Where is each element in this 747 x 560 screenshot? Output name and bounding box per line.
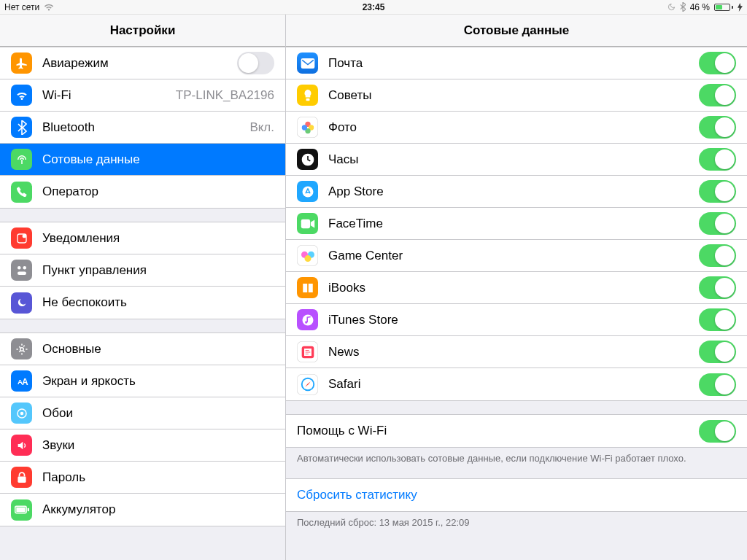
sidebar-item-value: TP-LINK_BA2196 [176,88,274,103]
app-row-ibooks[interactable]: iBooks [286,272,747,304]
photos-toggle[interactable] [699,116,736,139]
sidebar-scroll[interactable]: АвиарежимWi-FiTP-LINK_BA2196BluetoothВкл… [0,47,285,560]
app-row-label: News [328,345,699,359]
svg-rect-23 [301,219,309,228]
svg-point-26 [304,255,311,262]
sidebar-item-control-center[interactable]: Пункт управления [0,254,285,287]
wifi-assist-toggle[interactable] [699,420,736,443]
clock-icon [297,149,318,170]
mail-icon [297,52,318,74]
apps-group: ПочтаСоветыФотоЧасыApp StoreFaceTimeGame… [286,47,747,401]
app-row-itunes[interactable]: iTunes Store [286,304,747,336]
app-row-photos[interactable]: Фото [286,112,747,144]
safari-toggle[interactable] [699,373,736,396]
svg-rect-13 [16,508,25,512]
wifi-icon [11,85,32,106]
sidebar-item-dnd[interactable]: Не беспокоить [0,287,285,319]
app-row-label: FaceTime [328,217,699,231]
sidebar-item-passcode[interactable]: Пароль [0,462,285,494]
news-toggle[interactable] [699,341,736,363]
sidebar-item-label: Пароль [42,470,274,485]
svg-point-3 [18,266,21,270]
charging-icon [738,3,743,12]
detail-header: Сотовые данные [286,15,747,47]
sidebar-item-wallpaper[interactable]: Обои [0,397,285,429]
wifi-assist-label: Помощь с Wi-Fi [297,424,699,438]
battery-icon [714,4,733,11]
sidebar-item-wifi[interactable]: Wi-FiTP-LINK_BA2196 [0,79,285,112]
ipad-settings-screen: Нет сети 23:45 46 % [0,0,747,560]
reset-group: Сбросить статистику [286,478,747,512]
itunes-icon [297,309,318,330]
sidebar-title: Настройки [110,23,176,38]
sidebar-item-label: Bluetooth [42,120,244,135]
wifi-assist-group: Помощь с Wi-Fi [286,414,747,448]
sidebar-header: Настройки [0,15,285,47]
sidebar-item-label: Звуки [42,438,274,453]
sidebar-item-airplane[interactable]: Авиарежим [0,47,285,79]
sidebar-item-general[interactable]: Основные [0,333,285,365]
app-row-mail[interactable]: Почта [286,47,747,79]
phone-icon [11,182,32,203]
ibooks-icon [297,277,318,298]
status-bar: Нет сети 23:45 46 % [0,0,747,15]
sidebar-item-label: Сотовые данные [42,152,274,167]
airplane-toggle[interactable] [237,52,274,74]
itunes-toggle[interactable] [699,308,736,331]
mail-toggle[interactable] [699,52,736,74]
sidebar-item-display[interactable]: AAЭкран и яркость [0,365,285,397]
app-row-label: Часы [328,152,699,167]
sidebar-item-bluetooth[interactable]: BluetoothВкл. [0,112,285,144]
sidebar-item-notifications[interactable]: Уведомления [0,222,285,254]
reset-stats-button[interactable]: Сбросить статистику [286,479,747,511]
svg-rect-5 [18,271,26,275]
svg-rect-16 [306,98,309,101]
gamecenter-toggle[interactable] [699,244,736,267]
app-row-gamecenter[interactable]: Game Center [286,240,747,272]
svg-point-4 [23,266,26,270]
sidebar-item-sounds[interactable]: Звуки [0,429,285,462]
svg-point-6 [20,347,23,351]
battery-fill [716,5,722,9]
app-row-clock[interactable]: Часы [286,144,747,176]
battery-icon [11,499,32,521]
app-row-label: iBooks [328,281,699,295]
bluetooth-status-icon [680,2,686,12]
dnd-status-icon [667,3,676,11]
sidebar-item-label: Экран и яркость [42,374,274,389]
sidebar-item-value: Вкл. [249,120,274,135]
wifi-status-icon [44,4,54,11]
app-row-tips[interactable]: Советы [286,79,747,112]
sidebar-group: АвиарежимWi-FiTP-LINK_BA2196BluetoothВкл… [0,47,285,209]
app-row-label: Советы [328,88,699,103]
sound-icon [11,435,32,456]
svg-point-20 [301,125,306,130]
safari-icon [297,374,318,395]
app-row-label: Почта [328,56,699,71]
sidebar-item-carrier[interactable]: Оператор [0,176,285,208]
sidebar-item-cellular[interactable]: Сотовые данные [0,144,285,176]
sidebar-group: ОсновныеAAЭкран и яркостьОбоиЗвукиПароль… [0,332,285,526]
notifications-icon [11,228,32,249]
sidebar-item-label: Аккумулятор [42,502,274,517]
app-row-news[interactable]: News [286,336,747,368]
sidebar-item-battery[interactable]: Аккумулятор [0,494,285,526]
app-row-label: App Store [328,184,699,199]
settings-sidebar: Настройки АвиарежимWi-FiTP-LINK_BA2196Bl… [0,15,286,560]
photos-icon [297,117,318,138]
sidebar-item-label: Уведомления [42,231,274,246]
app-row-label: Safari [328,377,699,392]
app-row-safari[interactable]: Safari [286,368,747,400]
facetime-toggle[interactable] [699,212,736,235]
app-row-facetime[interactable]: FaceTime [286,208,747,240]
clock-toggle[interactable] [699,148,736,171]
appstore-toggle[interactable] [699,180,736,203]
sidebar-item-label: Wi-Fi [42,88,170,103]
svg-text:A: A [22,377,28,387]
tips-toggle[interactable] [699,84,736,106]
sidebar-item-label: Пункт управления [42,263,274,278]
ibooks-toggle[interactable] [699,276,736,299]
app-row-appstore[interactable]: App Store [286,176,747,208]
wifi-assist-row[interactable]: Помощь с Wi-Fi [286,415,747,447]
detail-scroll[interactable]: ПочтаСоветыФотоЧасыApp StoreFaceTimeGame… [286,47,747,560]
